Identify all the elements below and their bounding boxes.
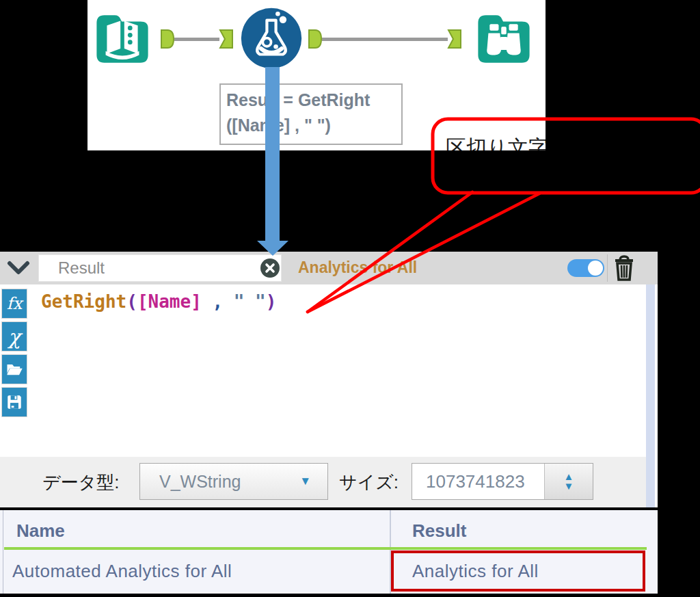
- column-header-result[interactable]: Result: [412, 520, 466, 542]
- pointer-arrow-shaft: [265, 67, 280, 241]
- browse-binoculars-icon[interactable]: [472, 5, 536, 71]
- callout-text: 区切り文字: [446, 134, 546, 150]
- input-data-book-icon[interactable]: [90, 5, 154, 71]
- save-floppy-icon: [5, 393, 23, 411]
- size-value: 1073741823: [426, 464, 525, 499]
- cell-name[interactable]: Automated Analytics for All: [12, 561, 232, 582]
- open-folder-icon: [5, 361, 24, 377]
- header-underline: [4, 547, 647, 550]
- workflow-canvas: Result = GetRight ([Name] , " ") 区切り文字: [88, 0, 546, 150]
- formula-paren-token: ): [266, 291, 277, 312]
- results-grid: Name Result Automated Analytics for All …: [0, 510, 658, 594]
- variables-button[interactable]: χ: [1, 321, 27, 351]
- dropdown-caret-icon: ▼: [299, 464, 311, 499]
- annotation-line-1: Result = GetRight: [226, 88, 401, 113]
- formula-comma-token: ,: [202, 291, 234, 312]
- chevron-down-icon[interactable]: [7, 261, 30, 276]
- formula-preview-value: Analytics for All: [298, 258, 417, 277]
- datatype-dropdown[interactable]: V_WString ▼: [139, 463, 328, 500]
- connection-line: [174, 38, 219, 41]
- formula-flask-icon[interactable]: [239, 6, 304, 70]
- output-column-value: Result: [58, 258, 105, 277]
- datatype-value: V_WString: [159, 464, 241, 499]
- size-spinner[interactable]: ▲ ▼: [544, 464, 593, 499]
- size-label: サイズ:: [339, 470, 399, 494]
- pointer-arrow-head-icon: [257, 241, 288, 256]
- active-toggle[interactable]: [567, 259, 604, 277]
- variable-x-icon: χ: [8, 325, 21, 349]
- toggle-knob: [588, 261, 603, 276]
- fx-icon: fx: [7, 294, 22, 313]
- panel-header: Result Analytics for All: [0, 252, 658, 284]
- formula-field-token: [Name]: [137, 291, 202, 312]
- datatype-label: データ型:: [42, 470, 119, 494]
- input-anchor-icon[interactable]: [447, 29, 462, 49]
- output-anchor-icon[interactable]: [308, 29, 323, 49]
- formula-expression[interactable]: GetRight([Name] , " "): [41, 291, 276, 312]
- formula-function-token: GetRight: [41, 291, 126, 312]
- annotation-line-2: ([Name] , " "): [226, 113, 401, 138]
- tool-annotation: Result = GetRight ([Name] , " "): [219, 83, 403, 145]
- connection-line: [322, 38, 448, 41]
- trash-icon[interactable]: [612, 255, 636, 281]
- save-expression-button[interactable]: [1, 387, 27, 417]
- output-anchor-icon[interactable]: [160, 29, 175, 49]
- result-highlight-box: [391, 550, 645, 592]
- grid-left-border: [3, 510, 3, 594]
- output-column-input[interactable]: Result: [38, 254, 282, 282]
- spinner-down-icon[interactable]: ▼: [564, 481, 574, 491]
- formula-paren-token: (: [126, 291, 137, 312]
- formula-string-token: " ": [234, 291, 266, 312]
- header-divider: [607, 254, 608, 282]
- column-header-name[interactable]: Name: [16, 520, 65, 542]
- close-icon[interactable]: [260, 258, 280, 278]
- open-expression-button[interactable]: [1, 354, 27, 384]
- size-input[interactable]: 1073741823 ▲ ▼: [412, 463, 593, 500]
- formula-config-panel: Result Analytics for All fx: [0, 252, 658, 507]
- panel-footer: データ型: V_WString ▼ サイズ: 1073741823 ▲ ▼: [0, 457, 646, 507]
- panel-scrollbar[interactable]: [646, 284, 655, 507]
- functions-button[interactable]: fx: [1, 289, 27, 319]
- input-anchor-icon[interactable]: [219, 29, 234, 49]
- page: Result = GetRight ([Name] , " ") 区切り文字 R…: [0, 0, 700, 597]
